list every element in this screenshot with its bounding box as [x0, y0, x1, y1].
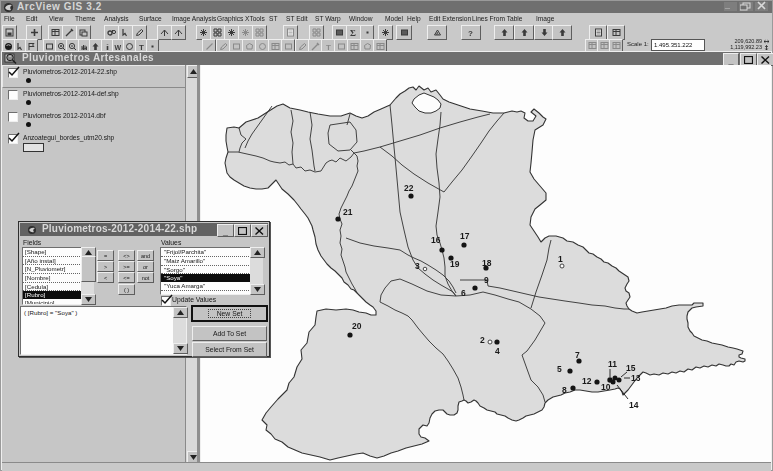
svg-text:12: 12 — [582, 376, 592, 386]
svg-text:10: 10 — [601, 382, 611, 392]
svg-text:17: 17 — [460, 231, 470, 241]
svg-text:19: 19 — [450, 259, 460, 269]
svg-text:18: 18 — [482, 258, 492, 268]
svg-text:W: W — [115, 43, 122, 50]
svg-text:8: 8 — [562, 385, 567, 395]
svg-text:?: ? — [468, 29, 473, 38]
svg-text:Σ: Σ — [350, 28, 356, 37]
svg-text:20: 20 — [352, 321, 362, 331]
svg-text:21: 21 — [343, 207, 353, 217]
svg-text:11: 11 — [608, 359, 617, 369]
svg-text:2: 2 — [480, 335, 485, 345]
svg-text:5: 5 — [557, 364, 562, 374]
svg-text:7: 7 — [575, 350, 580, 360]
svg-text:4: 4 — [495, 346, 500, 356]
svg-text:13: 13 — [631, 373, 641, 383]
svg-text:22: 22 — [404, 183, 414, 193]
svg-text:14: 14 — [629, 400, 639, 410]
svg-text:6: 6 — [461, 288, 466, 298]
svg-text:1: 1 — [558, 254, 563, 264]
svg-text:A: A — [436, 31, 439, 36]
svg-text:16: 16 — [431, 235, 441, 245]
svg-text:3: 3 — [415, 261, 420, 271]
svg-text:T: T — [139, 42, 144, 51]
svg-text:T: T — [326, 42, 331, 51]
svg-text:9: 9 — [484, 275, 489, 285]
svg-text:15: 15 — [626, 363, 636, 373]
